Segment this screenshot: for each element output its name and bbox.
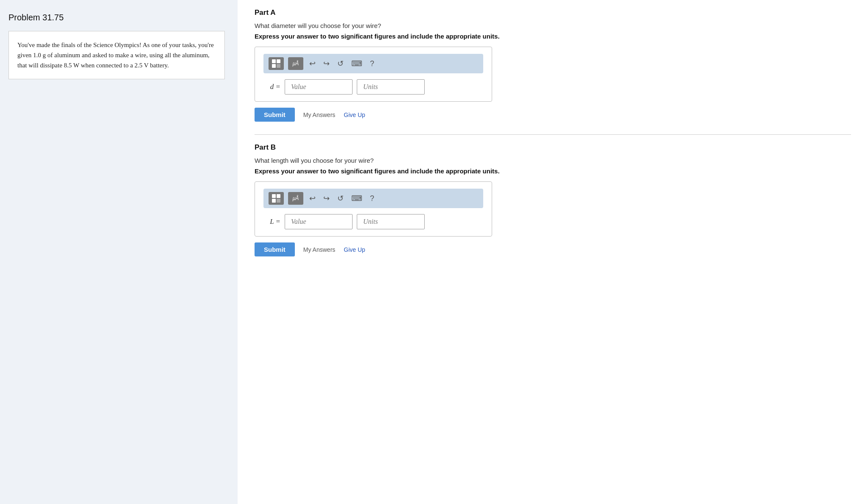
part-b-title: Part B (255, 143, 851, 152)
redo-icon-b: ↪ (323, 194, 330, 203)
part-a-matrix-button[interactable] (269, 57, 284, 70)
part-a-input-label: d = (263, 83, 280, 91)
part-a-mu-button[interactable]: μÅ (288, 57, 303, 70)
keyboard-icon-b: ⌨ (351, 194, 362, 203)
redo-icon: ↪ (323, 59, 330, 68)
svg-rect-0 (272, 59, 276, 63)
part-a-actions: Submit My Answers Give Up (255, 108, 851, 122)
part-a-submit-button[interactable]: Submit (255, 108, 295, 122)
part-b-help-button[interactable]: ? (368, 193, 376, 204)
part-a-toolbar: μÅ ↩ ↪ ↺ ⌨ ? (263, 54, 483, 73)
problem-text: You've made the finals of the Science Ol… (17, 42, 214, 69)
part-b-redo-button[interactable]: ↪ (322, 193, 331, 204)
reset-icon-b: ↺ (337, 194, 344, 203)
part-b-answer-box: μÅ ↩ ↪ ↺ ⌨ ? L = (255, 181, 492, 237)
part-b-undo-button[interactable]: ↩ (308, 193, 317, 204)
part-b-toolbar: μÅ ↩ ↪ ↺ ⌨ ? (263, 189, 483, 208)
mu-label-b: μÅ (293, 195, 299, 201)
part-b-matrix-button[interactable] (269, 192, 284, 205)
matrix-icon (272, 59, 281, 68)
problem-statement: You've made the finals of the Science Ol… (8, 31, 225, 79)
part-a-give-up-link[interactable]: Give Up (344, 111, 365, 118)
part-b-section: Part B What length will you choose for y… (255, 143, 851, 256)
undo-icon-b: ↩ (309, 194, 316, 203)
svg-rect-2 (272, 64, 276, 68)
svg-rect-4 (272, 194, 276, 198)
part-b-reset-button[interactable]: ↺ (336, 193, 345, 204)
reset-icon: ↺ (337, 59, 344, 68)
keyboard-icon: ⌨ (351, 59, 362, 68)
matrix-icon-b (272, 194, 281, 203)
problem-title: Problem 31.75 (8, 13, 225, 22)
part-b-my-answers: My Answers (303, 246, 335, 253)
help-icon: ? (370, 59, 374, 68)
part-b-submit-button[interactable]: Submit (255, 242, 295, 256)
part-b-input-row: L = (263, 214, 483, 229)
part-b-give-up-link[interactable]: Give Up (344, 246, 365, 253)
part-a-units-input[interactable] (357, 79, 425, 95)
part-a-redo-button[interactable]: ↪ (322, 58, 331, 69)
svg-rect-6 (272, 199, 276, 203)
svg-rect-7 (277, 199, 280, 203)
part-a-answer-box: μÅ ↩ ↪ ↺ ⌨ ? d = (255, 47, 492, 102)
part-b-keyboard-button[interactable]: ⌨ (350, 193, 364, 204)
svg-rect-5 (277, 194, 280, 198)
part-a-my-answers: My Answers (303, 111, 335, 118)
part-b-units-input[interactable] (357, 214, 425, 229)
part-a-help-button[interactable]: ? (368, 58, 376, 69)
undo-icon: ↩ (309, 59, 316, 68)
part-b-value-input[interactable] (285, 214, 353, 229)
part-a-question: What diameter will you choose for your w… (255, 22, 851, 29)
part-a-section: Part A What diameter will you choose for… (255, 8, 851, 122)
part-a-instruction: Express your answer to two significant f… (255, 33, 851, 40)
section-divider (255, 134, 851, 135)
part-b-input-label: L = (263, 217, 280, 226)
help-icon-b: ? (370, 194, 374, 203)
svg-rect-3 (277, 64, 280, 68)
part-b-actions: Submit My Answers Give Up (255, 242, 851, 256)
part-a-reset-button[interactable]: ↺ (336, 58, 345, 69)
part-b-instruction: Express your answer to two significant f… (255, 167, 851, 175)
part-a-value-input[interactable] (285, 79, 353, 95)
part-a-undo-button[interactable]: ↩ (308, 58, 317, 69)
part-b-mu-button[interactable]: μÅ (288, 192, 303, 205)
mu-label: μÅ (293, 61, 299, 67)
part-a-keyboard-button[interactable]: ⌨ (350, 58, 364, 69)
part-a-input-row: d = (263, 79, 483, 95)
svg-rect-1 (277, 59, 280, 63)
part-a-title: Part A (255, 8, 851, 17)
part-b-question: What length will you choose for your wir… (255, 157, 851, 164)
